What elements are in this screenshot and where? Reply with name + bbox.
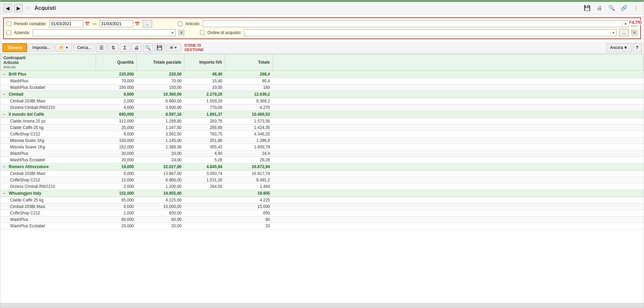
azienda-input[interactable] — [33, 30, 169, 36]
table-row-group: −Whuaingjon Italy 152,000 19.955,00 19.9… — [1, 190, 644, 197]
group-totparz-cell: 10.360,00 — [137, 91, 184, 98]
sub-spacer-cell — [273, 137, 644, 144]
articolo-input[interactable] — [203, 21, 623, 27]
group-name-cell: −Whuaingjon Italy — [1, 190, 96, 197]
articolo-label: Articolo: — [185, 21, 200, 26]
articolo-dropdown-arrow[interactable]: ▼ — [623, 22, 628, 26]
azienda-clear-button[interactable]: ✕ — [178, 30, 184, 36]
periodo-label: Periodo contabile: — [14, 21, 47, 26]
forward-button[interactable]: ▶ — [14, 4, 23, 13]
sub-spacer-cell — [273, 171, 644, 177]
table-row: Cimbali 203Bt Maxi 6,000 15.000,00 15.00… — [1, 204, 644, 210]
azienda-dropdown-arrow[interactable]: ▼ — [169, 31, 175, 35]
sub-qty-cell: 150,000 — [96, 84, 137, 91]
collapse-icon[interactable]: − — [3, 191, 7, 195]
zoom-icon-button[interactable]: 🔍 — [143, 43, 153, 52]
table-area[interactable]: Controparti Articolo Articolo Quantità T… — [0, 54, 644, 303]
date-dash: — — [93, 21, 97, 26]
ancora-button[interactable]: Ancora ▼ — [606, 43, 631, 52]
open-folder-button[interactable]: 📂 ▼ — [55, 44, 72, 51]
link-icon[interactable]: 🔗 — [619, 3, 629, 13]
email-icon: ✉ — [170, 45, 173, 50]
group-totale-cell: 26.872,94 — [225, 163, 273, 171]
help-button[interactable]: ? — [633, 43, 642, 52]
group-totparz-cell: 8.597,16 — [137, 111, 184, 118]
azienda-checkbox[interactable] — [6, 30, 11, 35]
print-icon[interactable]: 🖨 — [595, 3, 604, 13]
more-icon[interactable]: ⋮ — [631, 3, 641, 13]
collapse-icon[interactable]: − — [3, 165, 7, 169]
sub-name-cell: WashPlus — [1, 216, 96, 223]
ancora-arrow-icon: ▼ — [624, 45, 628, 50]
date-to-input[interactable] — [99, 20, 133, 27]
group-qty-cell: 220,000 — [96, 71, 137, 78]
email-icon-button[interactable]: ✉ ▼ — [166, 44, 181, 51]
group-name-cell: −Brill Plus — [1, 71, 96, 78]
ordine-ellipsis-button[interactable]: ... — [619, 29, 629, 36]
sub-spacer-cell — [273, 210, 644, 216]
ordine-dropdown-arrow[interactable]: ▼ — [610, 31, 616, 35]
periodo-checkbox[interactable] — [6, 21, 11, 26]
sub-totparz-cell: 15.000,00 — [137, 204, 184, 210]
ordine-checkbox[interactable] — [200, 30, 205, 35]
print-icon-button[interactable]: 🖨 — [131, 43, 142, 52]
sub-iva-cell — [184, 216, 225, 223]
sort-icon-button[interactable]: ⇅ — [108, 43, 118, 52]
genera-button[interactable]: Genera — [2, 43, 27, 52]
save-icon[interactable]: 💾 — [582, 3, 592, 13]
filter-row-1: Periodo contabile: 📅 — 📅 ... Articolo: ▼ — [6, 20, 638, 28]
sigma-icon-button[interactable]: Σ — [120, 43, 130, 52]
sub-name-cell: Cialde Aroma 25 pz — [1, 118, 96, 125]
app-title: Acquisti — [34, 5, 580, 11]
star-icon[interactable]: ☆ — [26, 5, 31, 11]
table-row: WashPlus Ecolabel 20,000 24,00 5,28 29,2… — [1, 157, 644, 163]
save-icon-button[interactable]: 💾 — [154, 43, 165, 52]
group-totale-cell: 10.488,53 — [225, 111, 273, 118]
collapse-icon[interactable]: − — [3, 92, 7, 96]
horizontal-scrollbar[interactable] — [0, 303, 644, 308]
sub-name-cell: Cimbali 203Bt Maxi — [1, 98, 96, 104]
sub-name-cell: Cialde Caffè 25 kg — [1, 197, 96, 204]
sub-qty-cell: 60,000 — [96, 216, 137, 223]
ordine-input[interactable] — [245, 30, 610, 36]
date-from-input[interactable] — [49, 20, 83, 27]
sub-totale-cell: 20 — [225, 223, 273, 229]
group-totparz-cell: 19.955,00 — [137, 190, 184, 197]
sub-qty-cell: 6,000 — [96, 131, 137, 137]
articolo-checkbox[interactable] — [178, 21, 183, 26]
sub-totale-cell: 1.693,79 — [225, 144, 273, 150]
sub-totparz-cell: 1.200,00 — [137, 183, 184, 190]
imposta-button[interactable]: Imposta... — [29, 44, 54, 51]
table-row: CoffeShop C212 12,000 6.960,00 1.531,20 … — [1, 177, 644, 183]
sub-qty-cell: 25,000 — [96, 125, 137, 131]
back-button[interactable]: ◀ — [3, 4, 12, 13]
sub-name-cell: Orziera Cimbali RW2210 — [1, 183, 96, 190]
calendar-from-icon[interactable]: 📅 — [85, 21, 90, 26]
group-totale-cell: 12.639,2 — [225, 91, 273, 98]
table-row: WashPlus Ecolabel 20,000 20,00 20 — [1, 223, 644, 229]
group-iva-cell: 1.891,37 — [184, 111, 225, 118]
sub-qty-cell: 1,000 — [96, 210, 137, 216]
table-row: Miscela Soave 1Kg 152,000 1.388,36 305,4… — [1, 144, 644, 150]
sub-spacer-cell — [273, 197, 644, 204]
collapse-icon[interactable]: − — [3, 72, 7, 76]
date-ellipsis-button[interactable]: ... — [143, 20, 152, 28]
col-totale: Totale — [225, 54, 273, 71]
sub-spacer-cell — [273, 98, 644, 104]
search-icon[interactable]: 🔍 — [607, 3, 616, 13]
group-iva-cell — [184, 190, 225, 197]
sub-name-cell: WashPlus — [1, 78, 96, 84]
sub-totale-cell: 650 — [225, 210, 273, 216]
calendar-to-icon[interactable]: 📅 — [135, 21, 140, 26]
list-icon-button[interactable]: ☰ — [97, 43, 107, 52]
collapse-icon[interactable]: − — [3, 112, 7, 116]
table-row-group: −Cimbali 6,000 10.360,00 2.279,20 12.639… — [1, 91, 644, 98]
table-row: WashPlus 60,000 60,00 60 — [1, 216, 644, 223]
group-spacer-cell — [273, 111, 644, 118]
group-qty-cell: 685,000 — [96, 111, 137, 118]
sub-iva-cell: 1.531,20 — [184, 177, 225, 183]
ordine-clear-button[interactable]: ✕ — [631, 30, 638, 36]
cerca-button[interactable]: Cerca... — [73, 44, 95, 51]
sub-iva-cell: 264,00 — [184, 183, 225, 190]
sub-iva-cell: 3.050,74 — [184, 171, 225, 177]
